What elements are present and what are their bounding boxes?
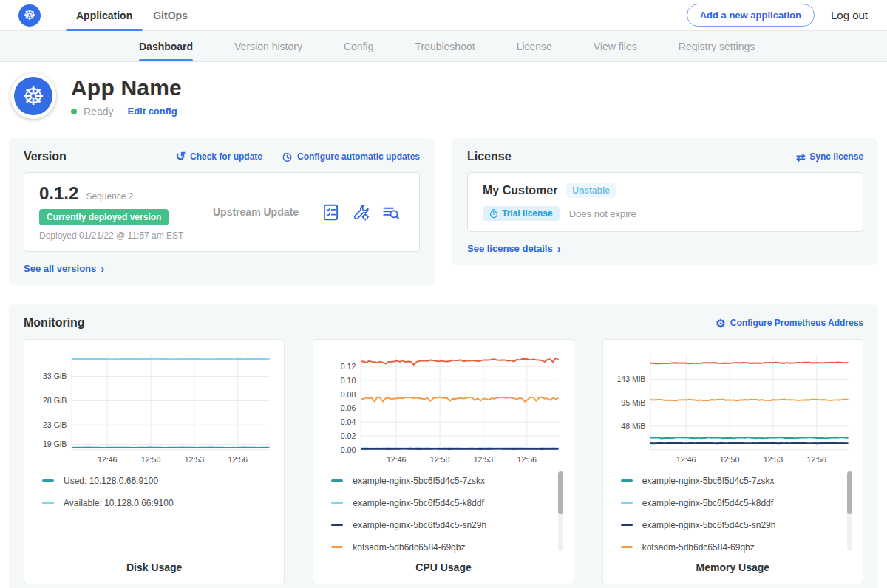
svg-text:12:53: 12:53 xyxy=(185,455,205,464)
legend-swatch xyxy=(331,502,343,504)
version-card-title: Version xyxy=(24,150,67,163)
version-action-icons xyxy=(322,204,404,221)
see-all-versions-link[interactable]: See all versions › xyxy=(24,263,104,274)
legend-item[interactable]: example-nginx-5bc6f5d4c5-7zskx xyxy=(331,476,552,486)
tab-view-files[interactable]: View files xyxy=(594,31,637,61)
app-logo-icon: ☸ xyxy=(14,77,52,115)
tab-registry-settings-label: Registry settings xyxy=(679,41,755,52)
see-license-details-link[interactable]: See license details › xyxy=(467,243,561,254)
svg-text:12:50: 12:50 xyxy=(719,455,739,464)
tab-version-history[interactable]: Version history xyxy=(234,31,302,61)
legend-item[interactable]: example-nginx-5bc6f5d4c5-sn29h xyxy=(331,520,552,530)
monitoring-card: Monitoring ⚙ Configure Prometheus Addres… xyxy=(9,304,878,588)
tab-dashboard-label: Dashboard xyxy=(139,41,193,52)
legend-scrollbar-thumb[interactable] xyxy=(847,471,852,514)
legend-item[interactable]: Available: 10.128.0.66:9100 xyxy=(42,498,263,508)
legend-label: example-nginx-5bc6f5d4c5-k8ddf xyxy=(642,498,773,508)
chart-svg: 48 MiB95 MiB143 MiB12:4612:5012:5312:56 xyxy=(614,350,852,468)
memory-usage-chart-card: 48 MiB95 MiB143 MiB12:4612:5012:5312:56 … xyxy=(602,339,863,584)
tab-version-history-label: Version history xyxy=(234,41,302,52)
trial-license-label: Trial license xyxy=(502,208,553,219)
sync-arrows-icon: ⇄ xyxy=(796,151,806,163)
edit-config-link[interactable]: Edit config xyxy=(127,106,177,117)
add-application-button[interactable]: Add a new application xyxy=(687,4,815,27)
cpu-usage-chart-card: 0.000.020.040.060.080.100.1212:4612:5012… xyxy=(313,339,574,584)
legend-label: Used: 10.128.0.66:9100 xyxy=(64,476,158,486)
sync-license-link[interactable]: ⇄ Sync license xyxy=(796,151,863,163)
svg-text:12:56: 12:56 xyxy=(228,455,248,464)
trial-license-badge: Trial license xyxy=(483,206,560,221)
version-card-links: ↺ Check for update Configure automatic u… xyxy=(176,151,420,163)
cards-row: Version ↺ Check for update Configure aut… xyxy=(0,131,887,285)
legend-label: example-nginx-5bc6f5d4c5-k8ddf xyxy=(353,498,483,508)
legend-label: example-nginx-5bc6f5d4c5-sn29h xyxy=(642,520,776,530)
page-title: App Name xyxy=(71,75,182,100)
svg-text:12:50: 12:50 xyxy=(141,455,161,464)
configure-automatic-updates-label: Configure automatic updates xyxy=(297,151,420,162)
legend-swatch xyxy=(331,546,343,548)
preflight-checklist-icon[interactable] xyxy=(322,204,339,221)
refresh-icon: ↺ xyxy=(176,151,186,163)
svg-text:95 MiB: 95 MiB xyxy=(621,398,645,407)
tab-view-files-label: View files xyxy=(594,41,637,52)
legend-item[interactable]: Used: 10.128.0.66:9100 xyxy=(42,476,263,486)
svg-text:12:56: 12:56 xyxy=(517,455,537,464)
legend-item[interactable]: example-nginx-5bc6f5d4c5-k8ddf xyxy=(331,498,552,508)
check-for-update-link[interactable]: ↺ Check for update xyxy=(176,151,262,163)
topnav-tabs: Application GitOps xyxy=(66,0,198,30)
tab-troubleshoot[interactable]: Troubleshoot xyxy=(415,31,475,61)
nav-tab-application[interactable]: Application xyxy=(66,0,143,30)
nav-tab-gitops[interactable]: GitOps xyxy=(143,0,198,30)
legend-swatch xyxy=(331,524,343,526)
sequence-label: Sequence 2 xyxy=(86,191,133,202)
legend-swatch xyxy=(621,502,633,504)
see-all-versions-row: See all versions › xyxy=(24,261,420,275)
legend-item[interactable]: kotsadm-5db6dc6584-69qbz xyxy=(331,542,552,553)
configure-prometheus-label: Configure Prometheus Address xyxy=(730,318,863,328)
tab-dashboard[interactable]: Dashboard xyxy=(139,31,193,61)
tab-license-label: License xyxy=(517,41,552,52)
tab-config-label: Config xyxy=(344,41,373,52)
sync-license-label: Sync license xyxy=(809,151,863,162)
wrench-gear-config-icon[interactable] xyxy=(352,204,370,221)
license-card-title: License xyxy=(467,150,512,163)
legend-item[interactable]: example-nginx-5bc6f5d4c5-7zskx xyxy=(621,476,842,486)
clock-refresh-icon xyxy=(282,151,293,163)
legend-item[interactable]: kotsadm-5db6dc6584-69qbz xyxy=(621,542,842,553)
configure-prometheus-link[interactable]: ⚙ Configure Prometheus Address xyxy=(716,318,863,329)
svg-text:0.08: 0.08 xyxy=(341,390,356,399)
legend-label: example-nginx-5bc6f5d4c5-7zskx xyxy=(353,476,485,486)
legend-item[interactable]: example-nginx-5bc6f5d4c5-k8ddf xyxy=(621,498,842,508)
upstream-update-label: Upstream Update xyxy=(213,206,322,218)
disk-usage-chart-card: 19 GiB23 GiB28 GiB33 GiB12:4612:5012:531… xyxy=(24,339,285,584)
svg-text:0.02: 0.02 xyxy=(341,431,356,440)
tab-config[interactable]: Config xyxy=(344,31,373,61)
chart-legend: example-nginx-5bc6f5d4c5-7zskx example-n… xyxy=(614,468,852,555)
gear-icon: ⚙ xyxy=(716,318,725,329)
legend-swatch xyxy=(621,546,633,548)
helm-wheel-glyph: ☸ xyxy=(23,8,35,22)
legend-swatch xyxy=(621,479,633,482)
svg-text:12:50: 12:50 xyxy=(430,455,450,464)
svg-text:12:53: 12:53 xyxy=(763,455,783,464)
divider xyxy=(120,106,120,117)
channel-badge: Unstable xyxy=(566,183,616,198)
customer-name: My Customer xyxy=(483,184,557,197)
monitoring-title: Monitoring xyxy=(24,316,85,329)
svg-text:28 GiB: 28 GiB xyxy=(43,396,67,405)
configure-automatic-updates-link[interactable]: Configure automatic updates xyxy=(282,151,420,163)
chart-title: Disk Usage xyxy=(35,555,273,573)
tab-troubleshoot-label: Troubleshoot xyxy=(415,41,475,52)
svg-text:33 GiB: 33 GiB xyxy=(43,372,67,380)
logout-link[interactable]: Log out xyxy=(831,9,868,21)
deployed-timestamp: Deployed 01/21/22 @ 11:57 am EST xyxy=(39,230,213,241)
view-diff-search-icon[interactable] xyxy=(382,204,400,221)
svg-text:0.00: 0.00 xyxy=(341,445,356,454)
legend-item[interactable]: example-nginx-5bc6f5d4c5-sn29h xyxy=(621,520,842,530)
tab-license[interactable]: License xyxy=(517,31,552,61)
app-status-row: Ready Edit config xyxy=(71,106,182,117)
app-title-block: App Name Ready Edit config xyxy=(71,75,182,117)
chart-legend: example-nginx-5bc6f5d4c5-7zskx example-n… xyxy=(324,468,563,555)
legend-scrollbar-thumb[interactable] xyxy=(558,471,563,514)
tab-registry-settings[interactable]: Registry settings xyxy=(679,31,755,61)
